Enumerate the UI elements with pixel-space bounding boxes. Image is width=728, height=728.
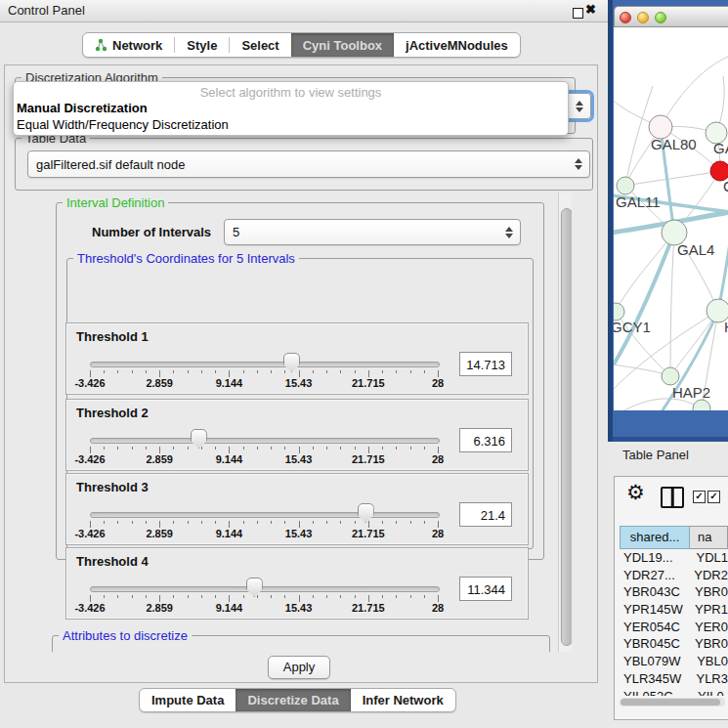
control-panel-titlebar: Control Panel ✖: [0, 0, 608, 22]
settings-scrollbar-thumb[interactable]: [561, 208, 573, 646]
table-row[interactable]: YBR045CYBR0: [620, 635, 728, 653]
network-node-label: GA: [713, 140, 728, 156]
tab-impute-data[interactable]: Impute Data: [140, 689, 236, 711]
threshold-2-slider-thumb[interactable]: [191, 429, 207, 449]
top-tab-bar: NetworkStyleSelectCyni ToolboxjActiveMNo…: [82, 32, 521, 58]
tab-label: Impute Data: [151, 693, 224, 707]
threshold-1-slider[interactable]: [90, 362, 440, 367]
slider-tick-label: 15.43: [285, 528, 313, 539]
algorithm-option-manual[interactable]: Manual Discretization: [14, 100, 568, 116]
slider-tick-label: 9.144: [216, 453, 243, 465]
threshold-3-box: Threshold 3-3.4262.8599.14415.4321.71528…: [65, 473, 529, 545]
tab-select[interactable]: Select: [230, 33, 290, 57]
threshold-1-value-field[interactable]: 14.713: [459, 352, 512, 376]
table-cell[interactable]: YPR145W: [620, 601, 687, 619]
settings-scrollbar[interactable]: [558, 193, 572, 652]
threshold-4-slider-thumb[interactable]: [246, 578, 263, 597]
table-row[interactable]: YIL052CYIL0: [620, 688, 728, 696]
apply-button[interactable]: Apply: [268, 656, 330, 679]
table-row[interactable]: YDR27...YDR2: [620, 567, 728, 584]
threshold-1-box: Threshold 1-3.4262.8599.14415.4321.71528…: [65, 322, 529, 395]
table-row[interactable]: YPR145WYPR1: [620, 601, 728, 619]
combo-arrows-icon: [576, 101, 583, 112]
column-header-name[interactable]: na: [690, 526, 728, 549]
slider-tick-label: 2.859: [146, 602, 173, 614]
close-icon[interactable]: ✖: [585, 2, 596, 17]
checkbox-icon[interactable]: ✓: [707, 491, 720, 503]
checkbox-icon[interactable]: ✓: [693, 491, 706, 503]
split-columns-icon[interactable]: [661, 487, 684, 508]
table-cell[interactable]: YLR345W: [620, 670, 688, 688]
threshold-2-label: Threshold 2: [76, 406, 149, 420]
network-node-gal11[interactable]: [617, 177, 634, 194]
network-node-label: C: [723, 178, 728, 194]
table-cell[interactable]: YDR2: [686, 567, 728, 584]
tab-jactivemnodules[interactable]: jActiveMNodules: [394, 33, 520, 57]
table-cell[interactable]: YBL079W: [620, 653, 689, 670]
table-cell[interactable]: YBR0: [687, 635, 728, 653]
table-cell[interactable]: YDL19...: [620, 549, 688, 567]
slider-tick-label: 21.715: [352, 528, 385, 539]
network-node[interactable]: [693, 400, 710, 410]
table-cell[interactable]: YPR1: [687, 601, 728, 619]
threshold-4-value-field[interactable]: 11.344: [459, 577, 512, 601]
number-of-intervals-label: Number of Intervals: [92, 225, 211, 239]
slider-tick-label: -3.426: [74, 528, 105, 539]
node-table-header[interactable]: shared... na: [620, 526, 728, 549]
table-cell[interactable]: YIL0: [690, 688, 728, 696]
table-panel-title: Table Panel: [622, 448, 689, 462]
mac-close-icon[interactable]: [620, 12, 631, 23]
threshold-2-slider[interactable]: [90, 438, 440, 444]
thresholds-group-label: Threshold's Coordinates for 5 Intervals: [73, 251, 299, 266]
threshold-3-slider[interactable]: [90, 512, 440, 518]
table-row[interactable]: YER054CYER0: [620, 619, 728, 636]
table-row[interactable]: YBR043CYBR0: [620, 583, 728, 601]
table-row[interactable]: YDL19...YDL1: [620, 549, 728, 567]
table-cell[interactable]: YBR0: [687, 583, 728, 601]
network-node-label: GAL80: [651, 136, 697, 152]
threshold-2-value-field[interactable]: 6.316: [459, 428, 512, 452]
threshold-4-box: Threshold 4-3.4262.8599.14415.4321.71528…: [65, 547, 529, 620]
table-cell[interactable]: YLR3: [688, 670, 728, 688]
table-cell[interactable]: YIL052C: [620, 688, 690, 696]
threshold-1-label: Threshold 1: [76, 329, 149, 344]
table-cell[interactable]: YBR045C: [620, 635, 687, 653]
slider-ticks: [90, 595, 439, 603]
network-canvas[interactable]: GAL80GACGAL11GAL4GCY1HHAP2: [614, 27, 728, 410]
threshold-4-slider[interactable]: [90, 586, 440, 592]
tab-cyni-toolbox[interactable]: Cyni Toolbox: [291, 33, 394, 57]
combo-arrows-icon: [575, 158, 582, 170]
threshold-1-slider-thumb[interactable]: [283, 353, 300, 372]
mac-zoom-icon[interactable]: [655, 12, 666, 23]
network-node-hap2[interactable]: [662, 367, 679, 385]
control-panel-title: Control Panel: [8, 3, 85, 18]
number-of-intervals-combo[interactable]: 5: [224, 219, 521, 245]
table-row[interactable]: YLR345WYLR3: [620, 670, 728, 688]
mac-minimize-icon[interactable]: [637, 12, 649, 23]
network-window-titlebar: [614, 6, 728, 27]
table-row[interactable]: YBL079WYBL0: [620, 653, 728, 670]
table-cell[interactable]: YER054C: [620, 619, 687, 636]
table-horizontal-scrollbar[interactable]: [620, 698, 725, 707]
tab-discretize-data[interactable]: Discretize Data: [236, 689, 350, 711]
table-cell[interactable]: YER0: [687, 619, 728, 636]
column-header-shared[interactable]: shared...: [620, 526, 690, 549]
table-cell[interactable]: YDR27...: [620, 567, 686, 584]
threshold-3-value-field[interactable]: 21.4: [459, 502, 512, 527]
tab-network[interactable]: Network: [83, 33, 174, 57]
tab-style[interactable]: Style: [175, 33, 229, 57]
slider-tick-label: 2.859: [146, 528, 173, 539]
threshold-3-slider-thumb[interactable]: [358, 503, 374, 523]
gear-icon[interactable]: ⚙: [626, 482, 645, 503]
slider-tick-label: 9.144: [216, 528, 243, 539]
float-window-icon[interactable]: [573, 8, 583, 19]
combo-arrows-icon: [505, 227, 513, 238]
table-cell[interactable]: YBL0: [689, 653, 728, 670]
table-cell[interactable]: YDL1: [688, 549, 728, 567]
network-edge: [670, 233, 674, 376]
slider-tick-label: 28: [432, 528, 444, 539]
algorithm-option-equal-width[interactable]: Equal Width/Frequency Discretization: [14, 116, 568, 133]
table-data-combo[interactable]: galFiltered.sif default node: [27, 150, 590, 178]
tab-infer-network[interactable]: Infer Network: [351, 689, 455, 711]
table-cell[interactable]: YBR043C: [620, 583, 687, 601]
